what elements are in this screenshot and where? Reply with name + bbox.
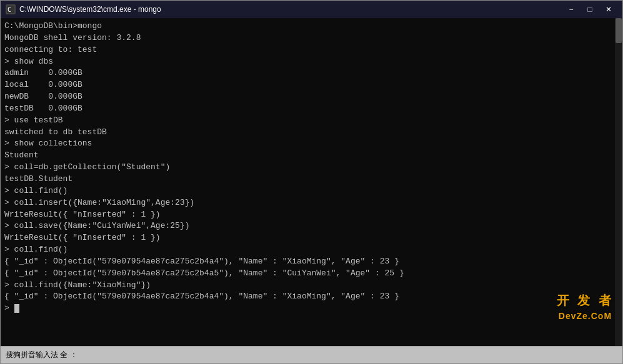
watermark-bottom: DevZe.CoM — [559, 310, 612, 322]
scrollbar-thumb[interactable] — [616, 18, 622, 43]
terminal-line: { "_id" : ObjectId("579e07954ae87ca275c2… — [4, 291, 611, 303]
terminal-cursor — [14, 304, 19, 313]
cmd-window: C C:\WINDOWS\system32\cmd.exe - mongo − … — [0, 0, 623, 364]
window-title: C:\WINDOWS\system32\cmd.exe - mongo — [19, 5, 161, 14]
terminal-line: { "_id" : ObjectId("579e07b54ae87ca275c2… — [4, 268, 611, 280]
minimize-button[interactable]: − — [562, 3, 580, 16]
terminal-line: { "_id" : ObjectId("579e07954ae87ca275c2… — [4, 256, 611, 268]
title-bar-left: C C:\WINDOWS\system32\cmd.exe - mongo — [6, 4, 161, 14]
terminal-line: > coll.insert({Name:"XiaoMing",Age:23}) — [4, 197, 611, 209]
terminal-line: > use testDB — [4, 115, 611, 127]
terminal-line: newDB 0.000GB — [4, 91, 611, 103]
terminal-line: > coll.save({Name:"CuiYanWei",Age:25}) — [4, 220, 611, 232]
terminal-line: admin 0.000GB — [4, 67, 611, 79]
terminal-line: connecting to: test — [4, 44, 611, 56]
terminal-line: switched to db testDB — [4, 127, 611, 139]
title-controls: − □ ✕ — [562, 3, 617, 16]
terminal-line: Student — [4, 150, 611, 162]
close-button[interactable]: ✕ — [600, 3, 617, 16]
terminal-body[interactable]: C:\MongoDB\bin>mongoMongoDB shell versio… — [1, 18, 622, 346]
terminal-line: > coll.find({Name:"XiaoMing"}) — [4, 280, 611, 292]
terminal-line: > show collections — [4, 138, 611, 150]
terminal-line: > show dbs — [4, 56, 611, 68]
terminal-line: MongoDB shell version: 3.2.8 — [4, 32, 611, 44]
status-bar: 搜狗拼音输入法 全 ： — [1, 346, 622, 363]
svg-text:C: C — [7, 6, 11, 13]
cmd-icon: C — [6, 4, 16, 14]
terminal-line: testDB 0.000GB — [4, 103, 611, 115]
terminal-line: > coll.find() — [4, 185, 611, 197]
terminal-line: local 0.000GB — [4, 79, 611, 91]
watermark-top: 开 发 者 — [557, 292, 614, 310]
terminal-line: testDB.Student — [4, 174, 611, 185]
watermark: 开 发 者 DevZe.CoM — [557, 292, 614, 322]
title-bar: C C:\WINDOWS\system32\cmd.exe - mongo − … — [1, 1, 622, 18]
terminal-line: > coll.find() — [4, 244, 611, 256]
terminal-line: > — [4, 303, 611, 315]
terminal-line: WriteResult({ "nInserted" : 1 }) — [4, 232, 611, 244]
maximize-button[interactable]: □ — [581, 3, 599, 16]
ime-status: 搜狗拼音输入法 全 ： — [6, 350, 77, 360]
terminal-line: C:\MongoDB\bin>mongo — [4, 21, 611, 32]
terminal-line: > coll=db.getCollection("Student") — [4, 162, 611, 174]
terminal-line: WriteResult({ "nInserted" : 1 }) — [4, 209, 611, 221]
scrollbar[interactable] — [615, 18, 622, 346]
terminal-content: C:\MongoDB\bin>mongoMongoDB shell versio… — [1, 18, 615, 346]
